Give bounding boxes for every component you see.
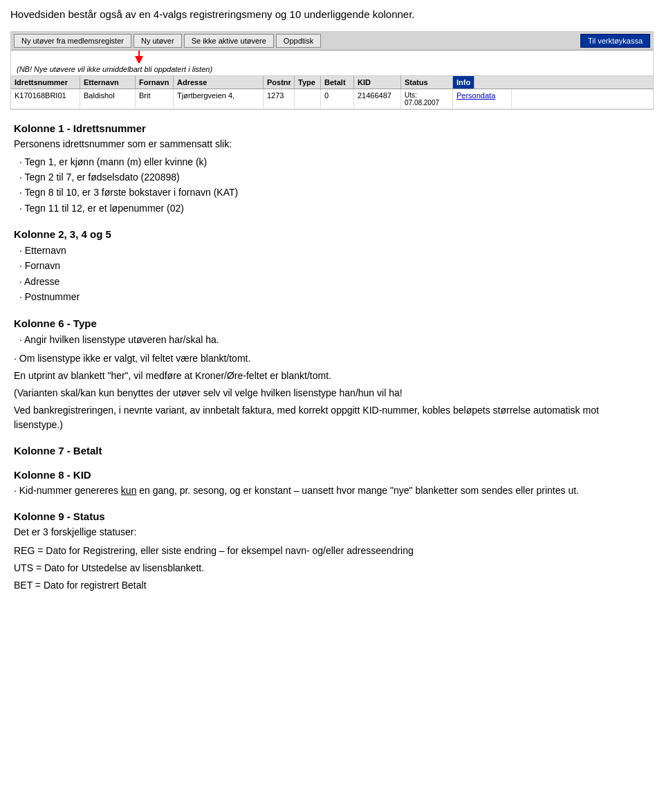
cell-adresse: Tjørtbergveien 4, — [174, 89, 264, 109]
btn-til-verktoykassa[interactable]: Til verktøykassa — [580, 34, 650, 48]
bullet-tegn11: Tegn 11 til 12, er et løpenummer (02) — [14, 201, 650, 216]
col-header-kid: KID — [354, 76, 401, 89]
kolonne1-intro: Personens idrettsnummer som er sammensat… — [14, 137, 650, 151]
menu-bar: Ny utøver fra medlemsregister Ny utøver … — [11, 32, 653, 50]
status-bet: BET = Dato for registrert Betalt — [14, 578, 650, 593]
bullet-lisenstype: Angir hvilken lisenstype utøveren har/sk… — [14, 332, 650, 347]
cell-betalt: 0 — [321, 89, 354, 109]
btn-ny-utover[interactable]: Ny utøver — [133, 34, 182, 48]
btn-oppdatisk[interactable]: Oppdtisk — [276, 34, 321, 48]
bullet-tegn2: Tegn 2 til 7, er fødselsdato (220898) — [14, 169, 650, 185]
arrow-decoration — [118, 50, 257, 63]
cell-info: Persondata — [453, 89, 512, 109]
main-content: Kolonne 1 - Idrettsnummer Personens idre… — [10, 122, 654, 593]
table-header: Idrettsnummer Etternavn Fornavn Adresse … — [11, 76, 653, 89]
btn-se-ikke-aktive[interactable]: Se ikke aktive utøvere — [184, 34, 274, 48]
cell-fornavn: Brit — [136, 89, 174, 109]
bullet-fornavn: Fornavn — [14, 258, 650, 273]
col-header-etternavn: Etternavn — [80, 76, 136, 89]
cell-idrettsnummer: K170168BRI01 — [11, 89, 80, 109]
kun-underline: kun — [121, 485, 137, 496]
col-header-adresse: Adresse — [174, 76, 264, 89]
cell-etternavn: Baldishol — [80, 89, 136, 109]
heading-kolonne9: Kolonne 9 - Status — [14, 510, 650, 522]
col-header-type: Type — [295, 76, 321, 89]
ui-screenshot: Ny utøver fra medlemsregister Ny utøver … — [10, 31, 654, 110]
cell-postnr: 1273 — [264, 89, 295, 109]
persondata-link[interactable]: Persondata — [456, 91, 495, 100]
heading-kolonne8: Kolonne 8 - KID — [14, 469, 650, 481]
kolonne6-p3: (Varianten skal/kan kun benyttes der utø… — [14, 386, 650, 400]
kolonne6-p4: Ved bankregistreringen, i nevnte variant… — [14, 403, 650, 432]
bullet-adresse: Adresse — [14, 274, 650, 289]
status-reg: REG = Dato for Registrering, eller siste… — [14, 544, 650, 558]
btn-ny-utover-fra-register[interactable]: Ny utøver fra medlemsregister — [14, 34, 131, 48]
heading-kolonne2345: Kolonne 2, 3, 4 og 5 — [14, 228, 650, 240]
bullet-tegn1: Tegn 1, er kjønn (mann (m) eller kvinne … — [14, 154, 650, 169]
heading-kolonne7: Kolonne 7 - Betalt — [14, 445, 650, 456]
col-header-fornavn: Fornavn — [136, 76, 174, 89]
kolonne8-p1: · Kid-nummer genereres kun en gang, pr. … — [14, 483, 650, 498]
status-uts: UTS = Dato for Utstedelse av lisensblank… — [14, 561, 650, 575]
heading-kolonne6: Kolonne 6 - Type — [14, 317, 650, 329]
col-header-info: Info — [453, 76, 474, 89]
cell-kid: 21466487 — [354, 89, 401, 109]
col-header-postnr: Postnr — [264, 76, 295, 89]
bullet-etternavn: Etternavn — [14, 243, 650, 258]
col-header-idrettsnummer: Idrettsnummer — [11, 76, 80, 89]
heading-kolonne1: Kolonne 1 - Idrettsnummer — [14, 122, 650, 134]
status-label: Uts: — [405, 91, 449, 99]
table-row: K170168BRI01 Baldishol Brit Tjørtbergvei… — [11, 89, 653, 109]
col-header-betalt: Betalt — [321, 76, 354, 89]
notice-bar: (NB! Nye utøvere vil ikke umiddelbart bl… — [11, 63, 653, 76]
kolonne6-p1: · Om lisenstype ikke er valgt, vil felte… — [14, 351, 650, 366]
intro-text: Hovedsiden består også av en 4-valgs reg… — [10, 7, 654, 23]
col-header-status: Status — [401, 76, 453, 89]
cell-type — [295, 89, 321, 109]
status-date: 07.08.2007 — [405, 99, 449, 107]
cell-status: Uts: 07.08.2007 — [401, 89, 453, 109]
kolonne6-p2: En utprint av blankett "her", vil medfør… — [14, 369, 650, 383]
kolonne9-intro: Det er 3 forskjellige statuser: — [14, 525, 650, 539]
bullet-tegn8: Tegn 8 til 10, er 3 første bokstaver i f… — [14, 185, 650, 200]
bullet-postnummer: Postnummer — [14, 289, 650, 304]
